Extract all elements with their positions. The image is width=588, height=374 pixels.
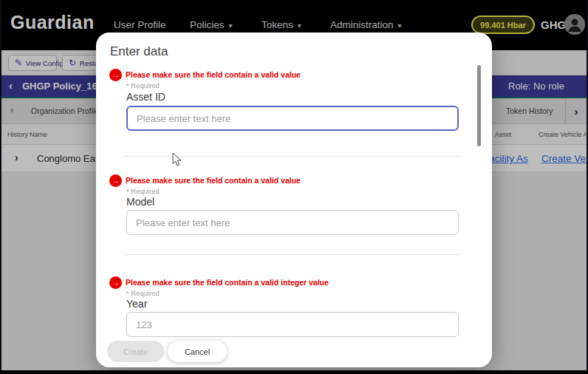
model-input[interactable] (126, 210, 459, 235)
cancel-button[interactable]: Cancel (168, 341, 227, 362)
model-label: Model (126, 196, 154, 208)
model-error-text: Please make sure the field contain a val… (126, 176, 301, 185)
asset-id-label: Asset ID (126, 91, 165, 103)
window-bottom-border (0, 370, 588, 374)
asset-id-required-label: * Required (126, 81, 160, 89)
dialog-title: Enter data (110, 44, 168, 59)
model-required-label: * Required (126, 187, 160, 195)
error-arrow-icon: → (109, 174, 122, 187)
year-label: Year (126, 298, 147, 310)
year-input[interactable] (126, 312, 459, 337)
mouse-cursor (172, 152, 182, 170)
year-error-text: Please make sure the field contain a val… (126, 278, 329, 287)
asset-id-input[interactable] (126, 106, 459, 131)
asset-id-error-text: Please make sure the field contain a val… (126, 70, 301, 79)
create-button[interactable]: Create (107, 341, 164, 362)
year-required-label: * Required (126, 289, 160, 297)
enter-data-dialog: Enter data → Please make sure the field … (96, 33, 492, 367)
error-arrow-icon: → (109, 69, 122, 81)
dialog-scrollbar[interactable] (477, 65, 481, 146)
field-divider (124, 254, 460, 255)
error-arrow-icon: → (109, 276, 122, 289)
app-window: Guardian User Profile Policies▾ Tokens▾ … (0, 0, 588, 374)
